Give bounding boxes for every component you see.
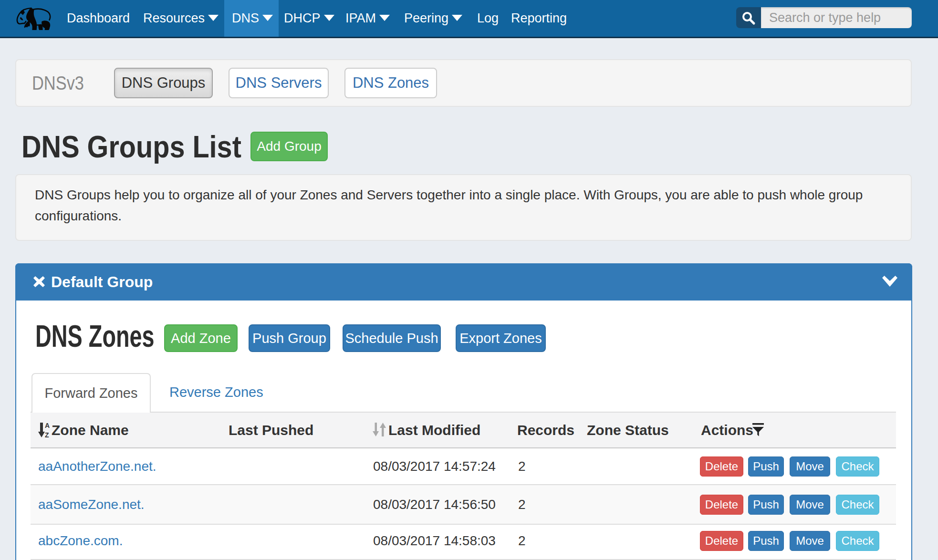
svg-text:Z: Z bbox=[45, 431, 49, 438]
svg-text:A: A bbox=[45, 423, 50, 429]
